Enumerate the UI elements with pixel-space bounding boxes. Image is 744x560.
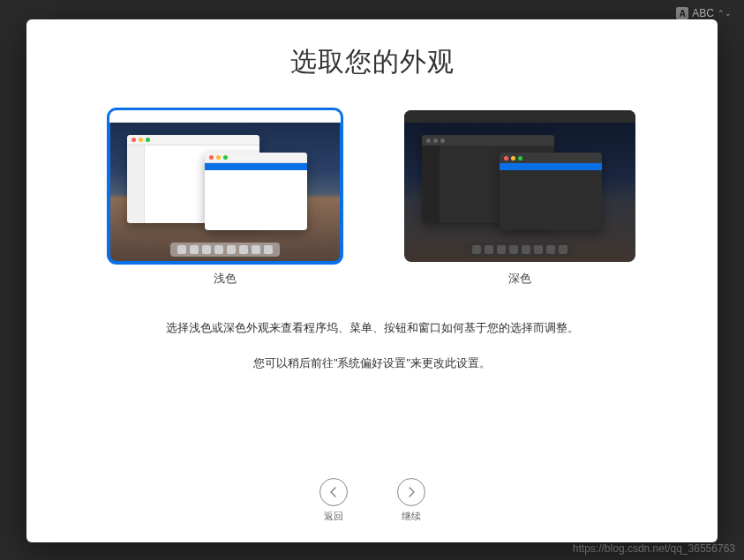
dark-thumbnail (404, 110, 635, 262)
option-dark-label: 深色 (508, 271, 531, 287)
page-title: 选取您的外观 (290, 44, 455, 80)
continue-button[interactable]: 继续 (397, 478, 425, 523)
input-badge: A (676, 7, 688, 19)
description-line: 您可以稍后前往"系统偏好设置"来更改此设置。 (166, 354, 579, 373)
window-preview (205, 153, 307, 230)
setup-panel: 选取您的外观 浅色 (26, 19, 718, 542)
option-light-label: 浅色 (214, 271, 237, 287)
arrow-right-icon (397, 478, 425, 506)
menubar-preview (109, 110, 341, 123)
arrow-left-icon (319, 478, 348, 506)
appearance-options: 浅色 深色 (109, 110, 635, 287)
input-label: ABC (692, 7, 714, 19)
dock-preview (465, 243, 575, 257)
description-line: 选择浅色或深色外观来查看程序坞、菜单、按钮和窗口如何基于您的选择而调整。 (166, 318, 579, 338)
continue-label: 继续 (402, 510, 421, 523)
option-dark[interactable]: 深色 (404, 110, 635, 287)
chevron-updown-icon: ⌃⌄ (718, 10, 732, 18)
light-thumbnail (109, 110, 341, 262)
watermark: https://blog.csdn.net/qq_36556763 (573, 542, 735, 555)
dock-preview (170, 243, 280, 257)
description: 选择浅色或深色外观来查看程序坞、菜单、按钮和窗口如何基于您的选择而调整。 您可以… (166, 318, 579, 373)
window-preview (500, 153, 602, 230)
back-label: 返回 (324, 510, 343, 523)
input-method-indicator[interactable]: A ABC ⌃⌄ (676, 7, 732, 19)
footer-nav: 返回 继续 (26, 478, 718, 523)
option-light[interactable]: 浅色 (109, 110, 341, 287)
back-button[interactable]: 返回 (319, 478, 348, 523)
menubar-preview (404, 110, 635, 123)
